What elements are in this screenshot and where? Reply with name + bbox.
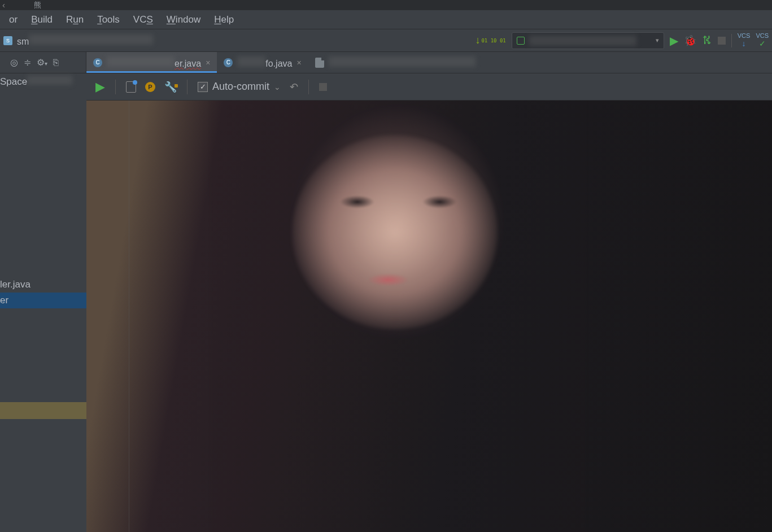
navigation-bar: S sm ↓01 10 01 ▾ ▶ 🐞 ⛕ VCS↓ VCS✓ — [0, 29, 772, 52]
dropdown-arrow-icon: ▾ — [656, 37, 659, 44]
sidebar-highlight-bar — [0, 402, 86, 419]
run-button[interactable]: ▶ — [670, 34, 678, 47]
hide-panel-icon[interactable]: ⎘ — [53, 58, 59, 68]
run-with-coverage-button[interactable]: ⛕ — [702, 34, 712, 46]
menu-build[interactable]: Build — [24, 12, 59, 28]
checkbox-checked-icon: ✓ — [198, 82, 208, 92]
sql-file-icon: S — [3, 36, 12, 45]
settings-gear-icon[interactable]: ⚙▾ — [37, 57, 47, 68]
database-console-toolbar: ▶ P 🔧 ✓ Auto-commit ⌄ ↶ — [86, 73, 772, 101]
menu-vcs[interactable]: VCS — [127, 12, 160, 28]
menu-refactor-partial[interactable]: or — [2, 12, 24, 28]
editor-tab-1[interactable]: C er.java × — [86, 52, 217, 73]
background-detail — [368, 273, 409, 286]
debug-button[interactable]: 🐞 — [684, 34, 696, 47]
project-file-list: ler.java er — [0, 277, 86, 308]
file-icon — [315, 58, 324, 68]
toolbar-run-area: ↓01 10 01 ▾ ▶ 🐞 ⛕ VCS↓ VCS✓ — [475, 32, 769, 49]
window-title-text: 熊 — [34, 0, 41, 10]
editor-tabs: C er.java × C fo.java × — [86, 52, 772, 73]
java-class-icon: C — [93, 58, 102, 67]
new-console-icon[interactable] — [126, 81, 136, 93]
vcs-update-button[interactable]: VCS↓ — [738, 33, 751, 48]
main-menu-bar: or Build Run Tools VCS Window Help — [0, 10, 772, 29]
project-file-item-selected[interactable]: er — [0, 293, 86, 308]
project-file-item[interactable]: ler.java — [0, 277, 86, 293]
auto-commit-label: Auto-commit — [212, 81, 269, 93]
stop-execution-icon[interactable] — [319, 83, 327, 91]
project-toolbar: ◎ ≑ ⚙▾ ⎘ — [0, 52, 86, 73]
divider — [187, 80, 187, 94]
tab-label: fo.java — [237, 56, 292, 69]
run-config-mini-icon — [517, 37, 525, 45]
java-class-icon: C — [224, 58, 233, 67]
chevron-down-icon: ⌄ — [274, 82, 281, 91]
editor-area: ▶ P 🔧 ✓ Auto-commit ⌄ ↶ — [86, 73, 772, 532]
background-image-face — [292, 135, 498, 329]
toolbar-tabs-row: ◎ ≑ ⚙▾ ⎘ C er.java × C fo.java × — [0, 52, 772, 73]
window-title-bar: ‹ 熊 — [0, 0, 772, 10]
close-tab-icon[interactable]: × — [206, 58, 210, 67]
rollback-icon[interactable]: ↶ — [290, 81, 298, 93]
menu-tools[interactable]: Tools — [90, 12, 127, 28]
breadcrumb-text: sm — [17, 34, 153, 47]
tab-label — [329, 56, 476, 69]
target-icon[interactable]: ◎ — [10, 57, 18, 68]
collapse-icon[interactable]: ≑ — [24, 57, 31, 68]
menu-window[interactable]: Window — [160, 12, 207, 28]
background-detail — [340, 195, 374, 208]
p-icon[interactable]: P — [145, 82, 155, 92]
editor-tab-3[interactable] — [308, 52, 489, 73]
menu-help[interactable]: Help — [207, 12, 241, 28]
execute-button[interactable]: ▶ — [95, 80, 105, 94]
wrench-settings-icon[interactable]: 🔧 — [164, 81, 177, 93]
menu-run[interactable]: Run — [59, 12, 90, 28]
run-config-label — [529, 36, 636, 46]
divider — [308, 80, 309, 94]
editor-content-background[interactable] — [86, 101, 772, 532]
download-icon[interactable]: ↓01 10 01 — [475, 34, 505, 46]
editor-tab-2[interactable]: C fo.java × — [217, 52, 308, 73]
breadcrumb[interactable]: S sm — [3, 34, 153, 47]
stop-button[interactable] — [718, 37, 726, 45]
divider — [731, 34, 732, 47]
vcs-commit-button[interactable]: VCS✓ — [756, 33, 769, 48]
divider — [115, 80, 116, 94]
sidebar-space-label: Space — [0, 73, 86, 90]
project-sidebar: Space ler.java er — [0, 73, 86, 532]
run-configuration-selector[interactable]: ▾ — [512, 32, 664, 49]
background-detail — [422, 195, 457, 208]
back-chevron-icon[interactable]: ‹ — [2, 0, 5, 10]
tab-label: er.java — [107, 56, 201, 69]
main-layout: Space ler.java er ▶ P 🔧 ✓ Auto-commit ⌄ … — [0, 73, 772, 532]
close-tab-icon[interactable]: × — [296, 58, 301, 67]
auto-commit-checkbox[interactable]: ✓ Auto-commit ⌄ — [198, 81, 281, 93]
